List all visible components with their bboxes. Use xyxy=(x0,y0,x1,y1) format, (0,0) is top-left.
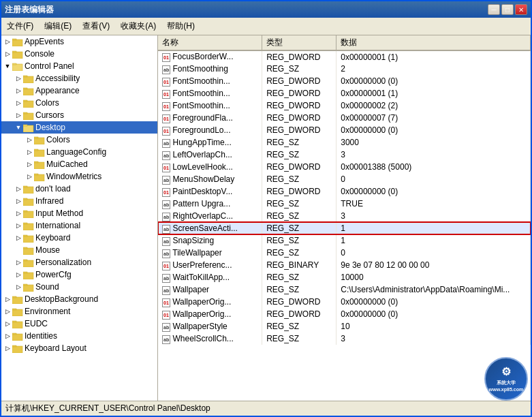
expand-icon[interactable]: ▷ xyxy=(3,294,12,304)
expand-icon[interactable]: ▷ xyxy=(14,110,23,120)
expand-icon[interactable]: ▷ xyxy=(14,282,23,292)
expand-icon[interactable]: ▷ xyxy=(14,74,23,83)
tree-item-accessibility[interactable]: ▷ Accessibility xyxy=(1,72,157,84)
svg-rect-21 xyxy=(34,161,38,163)
table-row[interactable]: 01 ForegroundFla...REG_DWORD0x00000007 (… xyxy=(158,112,531,124)
expand-icon[interactable]: ▷ xyxy=(3,343,12,353)
registry-tree[interactable]: ▷ AppEvents ▷ Console ▼ Contr xyxy=(1,35,158,401)
menu-edit[interactable]: 编辑(E) xyxy=(39,19,77,33)
tree-item-console[interactable]: ▷ Console xyxy=(1,48,157,60)
expand-icon[interactable]: ▼ xyxy=(14,123,23,132)
menu-help[interactable]: 帮助(H) xyxy=(161,19,200,33)
expand-icon[interactable]: ▷ xyxy=(3,331,12,341)
tree-item-keyboard-layout[interactable]: ▷ Keyboard Layout xyxy=(1,342,157,354)
tree-item-personalization[interactable]: ▷ Personalization xyxy=(1,256,157,268)
expand-icon[interactable]: ▷ xyxy=(25,172,34,181)
tree-item-colors[interactable]: ▷ Colors xyxy=(1,97,157,109)
tree-item-international[interactable]: ▷ International xyxy=(1,219,157,232)
expand-icon[interactable]: ▷ xyxy=(14,221,23,230)
tree-label: MuiCached xyxy=(45,159,88,169)
table-row[interactable]: ab FontSmoothingREG_SZ2 xyxy=(158,63,531,75)
table-row[interactable]: 01 PaintDesktopV...REG_DWORD0x00000000 (… xyxy=(158,185,531,198)
minimize-button[interactable]: ─ xyxy=(488,4,500,15)
table-row[interactable]: ab TileWallpaperREG_SZ0 xyxy=(158,247,531,259)
table-row[interactable]: 01 LowLevelHook...REG_DWORD0x00001388 (5… xyxy=(158,161,531,173)
expand-icon[interactable] xyxy=(14,245,23,255)
menu-favorites[interactable]: 收藏夹(A) xyxy=(115,19,161,33)
tree-item-cursors[interactable]: ▷ Cursors xyxy=(1,109,157,121)
table-row[interactable]: ab WallpaperREG_SZC:\Users\Administrator… xyxy=(158,283,531,296)
table-row[interactable]: ab LeftOverlapCh...REG_SZ3 xyxy=(158,149,531,161)
expand-icon[interactable]: ▷ xyxy=(3,319,12,328)
maximize-button[interactable]: □ xyxy=(501,4,514,15)
table-row[interactable]: ab WheelScrollCh...REG_SZ3 xyxy=(158,333,531,345)
expand-icon[interactable]: ▷ xyxy=(14,208,23,218)
table-row[interactable]: 01 UserPreferenc...REG_BINARY9e 3e 07 80… xyxy=(158,259,531,271)
close-button[interactable]: ✕ xyxy=(515,4,527,15)
table-row[interactable]: ab Pattern Upgra...REG_SZTRUE xyxy=(158,198,531,210)
expand-icon[interactable]: ▷ xyxy=(14,98,23,108)
table-row[interactable]: 01 FocusBorderW...REG_DWORD0x00000001 (1… xyxy=(158,50,531,63)
tree-item-identities[interactable]: ▷ Identities xyxy=(1,330,157,342)
svg-rect-40 xyxy=(23,285,33,292)
expand-icon[interactable]: ▷ xyxy=(25,135,34,144)
svg-rect-42 xyxy=(12,297,22,304)
expand-icon[interactable]: ▷ xyxy=(14,184,23,194)
table-row[interactable]: ab RightOverlapC...REG_SZ3 xyxy=(158,210,531,222)
menu-file[interactable]: 文件(F) xyxy=(1,19,39,33)
registry-table[interactable]: 名称 类型 数据 01 FocusBorderW...REG_DWORD0x00… xyxy=(158,35,531,401)
folder-icon xyxy=(12,61,23,71)
table-row[interactable]: 01 ForegroundLo...REG_DWORD0x00000000 (0… xyxy=(158,124,531,136)
col-header-name: 名称 xyxy=(158,35,262,50)
tree-item-desktop-colors[interactable]: ▷ Colors xyxy=(1,134,157,146)
watermark-text: 系统大学 www.xp85.com xyxy=(489,380,523,392)
tree-item-desktop-bg[interactable]: ▷ DesktopBackground xyxy=(1,293,157,305)
expand-icon[interactable]: ▷ xyxy=(3,37,12,46)
table-row[interactable]: ab WallpaperStyleREG_SZ10 xyxy=(158,320,531,333)
menu-view[interactable]: 查看(V) xyxy=(77,19,115,33)
tree-item-language-config[interactable]: ▷ LanguageConfig xyxy=(1,146,157,158)
reg-data-cell: 0x00001388 (5000) xyxy=(337,161,531,173)
table-row[interactable]: 01 WallpaperOrig...REG_DWORD0x00000000 (… xyxy=(158,308,531,320)
expand-icon[interactable]: ▷ xyxy=(14,270,23,279)
expand-icon[interactable]: ▷ xyxy=(3,307,12,316)
table-row[interactable]: ab HungAppTime...REG_SZ3000 xyxy=(158,136,531,149)
tree-item-desktop[interactable]: ▼ Desktop xyxy=(1,121,157,134)
tree-item-dont-load[interactable]: ▷ don't load xyxy=(1,183,157,195)
expand-icon[interactable]: ▷ xyxy=(25,147,34,157)
svg-rect-49 xyxy=(12,333,16,335)
table-row[interactable]: 01 FontSmoothin...REG_DWORD0x00000000 (0… xyxy=(158,75,531,87)
expand-icon[interactable]: ▷ xyxy=(3,49,12,59)
tree-item-infrared[interactable]: ▷ Infrared xyxy=(1,195,157,207)
expand-icon[interactable]: ▷ xyxy=(14,233,23,243)
expand-icon[interactable]: ▷ xyxy=(25,159,34,169)
table-row[interactable]: ab MenuShowDelayREG_SZ0 xyxy=(158,173,531,185)
tree-item-environment[interactable]: ▷ Environment xyxy=(1,305,157,318)
expand-icon[interactable]: ▼ xyxy=(3,61,12,71)
menu-bar: 文件(F) 编辑(E) 查看(V) 收藏夹(A) 帮助(H) xyxy=(1,18,531,35)
tree-item-control-panel[interactable]: ▼ Control Panel xyxy=(1,60,157,72)
table-row[interactable]: ab ScreenSaveActi...REG_SZ1 xyxy=(158,222,531,234)
tree-item-keyboard[interactable]: ▷ Keyboard xyxy=(1,232,157,244)
table-row[interactable]: 01 FontSmoothin...REG_DWORD0x00000002 (2… xyxy=(158,99,531,112)
table-row[interactable]: ab WaitToKillApp...REG_SZ10000 xyxy=(158,271,531,283)
reg-data-cell: 3 xyxy=(337,210,531,222)
expand-icon[interactable]: ▷ xyxy=(14,196,23,206)
table-row[interactable]: 01 WallpaperOrig...REG_DWORD0x00000000 (… xyxy=(158,296,531,308)
svg-rect-31 xyxy=(23,223,27,224)
expand-icon[interactable]: ▷ xyxy=(14,86,23,95)
table-row[interactable]: ab SnapSizingREG_SZ1 xyxy=(158,234,531,247)
expand-icon[interactable]: ▷ xyxy=(14,258,23,267)
tree-item-mouse[interactable]: Mouse xyxy=(1,244,157,256)
tree-item-appevents[interactable]: ▷ AppEvents xyxy=(1,35,157,48)
svg-rect-12 xyxy=(23,113,33,120)
table-row[interactable]: 01 FontSmoothin...REG_DWORD0x00000001 (1… xyxy=(158,87,531,99)
tree-item-window-metrics[interactable]: ▷ WindowMetrics xyxy=(1,170,157,183)
tree-item-appearance[interactable]: ▷ Appearance xyxy=(1,84,157,97)
reg-name-cell: ab TileWallpaper xyxy=(158,247,262,259)
tree-item-muicached[interactable]: ▷ MuiCached xyxy=(1,158,157,170)
tree-item-input-method[interactable]: ▷ Input Method xyxy=(1,207,157,219)
tree-item-powercfg[interactable]: ▷ PowerCfg xyxy=(1,268,157,281)
tree-item-sound[interactable]: ▷ Sound xyxy=(1,281,157,293)
tree-item-eudc[interactable]: ▷ EUDC xyxy=(1,318,157,330)
